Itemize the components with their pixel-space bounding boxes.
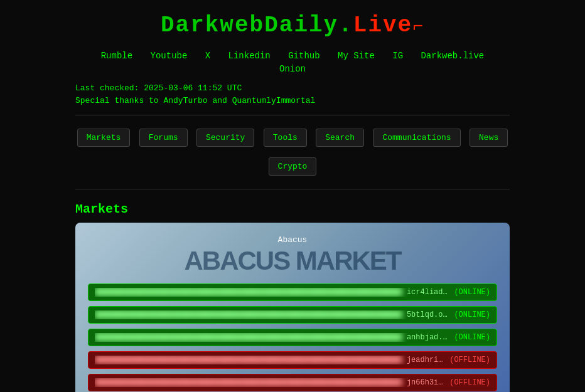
filter-markets[interactable]: Markets [77, 129, 131, 147]
markets-section-title: Markets [0, 196, 585, 223]
nav-ig[interactable]: IG [392, 51, 403, 61]
link-url-1-blur: ████████████████████████████████████████… [95, 288, 402, 297]
filter-tools[interactable]: Tools [264, 129, 307, 147]
market-link-3[interactable]: ████████████████████████████████████████… [88, 329, 497, 346]
market-card-abacus: Abacus ABACUS MARKET ███████████████████… [75, 223, 510, 392]
link-status-3: (ONLINE) [454, 333, 490, 342]
info-section: Last checked: 2025-03-06 11:52 UTC Speci… [0, 77, 585, 109]
link-url-4: ████████████████████████████████████████… [95, 356, 443, 364]
market-link-4[interactable]: ████████████████████████████████████████… [88, 351, 497, 369]
nav-linkedin[interactable]: Linkedin [228, 51, 271, 61]
link-url-5: ████████████████████████████████████████… [95, 378, 443, 387]
filter-search[interactable]: Search [316, 129, 364, 147]
nav-links: Rumble Youtube X Linkedin Github My Site… [0, 45, 585, 64]
divider2 [75, 189, 510, 189]
link-url-1: ████████████████████████████████████████… [95, 288, 448, 297]
link-url-5-end: jn66h3id.onion [407, 378, 443, 387]
link-url-3-end: anhbjad.onion [407, 333, 448, 342]
title-cursor: ⌐ [412, 17, 424, 36]
header: DarkwebDaily.Live⌐ [0, 0, 585, 45]
filter-communications[interactable]: Communications [373, 129, 460, 147]
filter-crypto[interactable]: Crypto [269, 157, 317, 176]
nav-github[interactable]: Github [288, 51, 319, 61]
link-url-4-blur: ████████████████████████████████████████… [95, 356, 402, 364]
filter-buttons-row2: Crypto [0, 154, 585, 183]
nav-x[interactable]: X [205, 51, 210, 61]
filter-forums[interactable]: Forums [139, 129, 188, 147]
link-url-2: ████████████████████████████████████████… [95, 310, 448, 319]
thanks-text: Special thanks to AndyTurbo and Quantuml… [75, 96, 585, 105]
market-link-2[interactable]: ████████████████████████████████████████… [88, 306, 497, 324]
nav-youtube[interactable]: Youtube [151, 51, 188, 61]
last-checked: Last checked: 2025-03-06 11:52 UTC [75, 83, 585, 93]
nav-onion[interactable]: Onion [279, 64, 306, 74]
divider [75, 115, 510, 115]
filter-security[interactable]: Security [196, 129, 254, 147]
link-status-1: (ONLINE) [454, 288, 490, 297]
link-url-2-blur: ████████████████████████████████████████… [95, 310, 402, 319]
filter-buttons-row1: Markets Forums Security Tools Search Com… [0, 122, 585, 154]
link-url-1-end: icr4liad.onion [407, 288, 448, 297]
nav-mysite[interactable]: My Site [338, 51, 375, 61]
link-url-3-blur: ████████████████████████████████████████… [95, 333, 402, 342]
title-live: Live [353, 13, 412, 38]
link-url-5-blur: ████████████████████████████████████████… [95, 378, 402, 387]
site-title: DarkwebDaily.Live⌐ [0, 13, 585, 38]
link-status-5: (OFFLINE) [449, 378, 490, 387]
nav-rumble[interactable]: Rumble [101, 51, 132, 61]
title-dark: DarkwebDaily [161, 13, 338, 38]
market-logo: ABACUS MARKET [88, 246, 497, 276]
link-status-4: (OFFLINE) [449, 356, 490, 364]
link-url-4-end: jeadhrid.onion [407, 356, 443, 364]
market-name-label: Abacus [88, 235, 497, 245]
title-dot: . [338, 13, 353, 38]
nav-onion-row: Onion [0, 64, 585, 77]
link-url-2-end: 5btlqd.onion [407, 310, 448, 319]
filter-news[interactable]: News [470, 129, 508, 147]
link-url-3: ████████████████████████████████████████… [95, 333, 448, 342]
market-link-5[interactable]: ████████████████████████████████████████… [88, 374, 497, 391]
market-link-1[interactable]: ████████████████████████████████████████… [88, 283, 497, 301]
link-status-2: (ONLINE) [454, 310, 490, 319]
nav-darkweb[interactable]: Darkweb.live [421, 51, 484, 61]
